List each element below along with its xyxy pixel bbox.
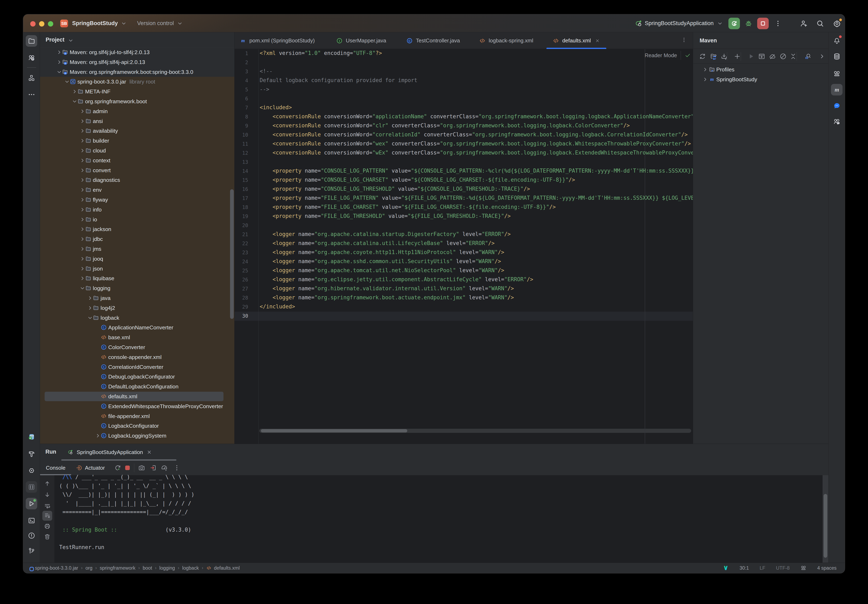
editor-tab-UserMapper.java[interactable]: IUserMapper.java (330, 32, 392, 49)
tree-row-admin[interactable]: admin (40, 106, 234, 116)
editor[interactable]: 1<?xml version="1.0" encoding="UTF-8"?>2… (234, 49, 693, 444)
tree-row-convert[interactable]: convert (40, 165, 234, 175)
tree-row-Maven-org.slf4j-slf4j-api-2.0.13[interactable]: Maven: org.slf4j:slf4j-api:2.0.13 (40, 57, 234, 67)
tool-button-terminal[interactable] (26, 515, 37, 526)
rerun-icon[interactable] (114, 464, 121, 472)
chevron-right-icon[interactable] (95, 433, 101, 439)
tree-row-diagnostics[interactable]: diagnostics (40, 175, 234, 185)
tree-row-json[interactable]: json (40, 264, 234, 273)
chevron-right-icon[interactable] (79, 256, 85, 262)
file-encoding[interactable]: UTF-8 (776, 565, 790, 571)
chevron-right-icon[interactable] (79, 128, 85, 134)
chevron-right-icon[interactable] (79, 197, 85, 203)
run-config-chevron-icon[interactable] (717, 20, 723, 26)
indent-info[interactable]: 4 spaces (817, 565, 837, 571)
tree-row-Maven-org.slf4j-jul-to-slf4j-2.0.13[interactable]: Maven: org.slf4j:jul-to-slf4j:2.0.13 (40, 47, 234, 57)
plugin-v-icon[interactable] (723, 565, 729, 571)
tool-button-dependencies[interactable] (26, 481, 37, 493)
tree-row-DebugLogbackConfigurator[interactable]: CDebugLogbackConfigurator (40, 372, 234, 382)
tool-button-database[interactable] (831, 51, 843, 62)
skip-tests-icon[interactable] (780, 53, 787, 60)
tab-actuator[interactable]: Actuator (73, 460, 108, 475)
tool-button-version-control[interactable] (26, 545, 37, 556)
maven-row-Profiles[interactable]: Profiles (693, 65, 828, 75)
chevron-right-icon[interactable] (71, 89, 78, 95)
chevron-right-icon[interactable] (87, 295, 93, 301)
trash-icon[interactable] (42, 532, 52, 542)
kebab-icon[interactable] (173, 464, 180, 472)
breadcrumb-item[interactable]: org (85, 565, 93, 571)
tool-button-plugin-mascot[interactable] (26, 431, 37, 443)
breadcrumb-item[interactable]: springframework (100, 565, 135, 571)
tree-row-ApplicationNameConverter[interactable]: CApplicationNameConverter (40, 323, 234, 332)
project-badge[interactable]: SB (60, 20, 68, 27)
code-with-me-button[interactable] (800, 19, 808, 28)
tree-row-CorrelationIdConverter[interactable]: CCorrelationIdConverter (40, 362, 234, 372)
run-tab-close-icon[interactable] (146, 449, 152, 455)
minimize-window-button[interactable] (39, 21, 44, 26)
tree-row-LogbackConfigurator[interactable]: CLogbackConfigurator (40, 421, 234, 431)
vcs-widget[interactable]: Version control (137, 20, 174, 26)
tree-row-liquibase[interactable]: liquibase (40, 273, 234, 283)
tree-row-flyway[interactable]: flyway (40, 195, 234, 205)
vcs-chevron-icon[interactable] (177, 20, 183, 26)
chevron-right-icon[interactable] (79, 108, 85, 114)
more-actions-button[interactable] (774, 20, 782, 27)
editor-options-button[interactable] (681, 37, 687, 43)
chevron-right-icon[interactable] (818, 53, 826, 60)
tree-row-ExtendedWhitespaceThrowableProxyConverter[interactable]: CExtendedWhitespaceThrowableProxyConvert… (40, 401, 234, 411)
chevron-right-icon[interactable] (79, 226, 85, 232)
editor-tab-defaults.xml[interactable]: defaults.xml (546, 32, 606, 49)
maven-row-SpringBootStudy[interactable]: mSpringBootStudy (693, 75, 828, 84)
collapse-icon[interactable] (789, 53, 797, 60)
tab-console[interactable]: Console (40, 460, 71, 475)
console-scrollbar-thumb[interactable] (824, 494, 827, 558)
tree-row-ColorConverter[interactable]: CColorConverter (40, 342, 234, 352)
chevron-down-icon[interactable] (71, 98, 78, 104)
tool-button-code-with-me[interactable] (831, 116, 843, 127)
reload-projects-icon[interactable] (710, 53, 717, 60)
reader-mode-widget[interactable]: Reader Mode (645, 51, 691, 60)
tree-row-org.springframework.boot[interactable]: org.springframework.boot (40, 96, 234, 106)
tool-button-structure[interactable] (26, 72, 37, 84)
tool-button-services[interactable] (26, 465, 37, 476)
tree-row-java[interactable]: java (40, 293, 234, 303)
scrollend-icon[interactable] (42, 511, 52, 521)
run-button[interactable] (728, 18, 740, 29)
tool-button-notifications[interactable] (831, 35, 843, 47)
chevron-down-icon[interactable] (56, 69, 62, 75)
refresh-icon[interactable] (699, 53, 706, 60)
project-scrollbar[interactable] (230, 189, 234, 319)
execute-goal-icon[interactable] (758, 53, 766, 60)
chevron-right-icon[interactable] (79, 207, 85, 213)
run-disabled-icon[interactable] (747, 53, 755, 60)
tree-row-logback[interactable]: logback (40, 313, 234, 323)
tree-row-console-appender.xml[interactable]: console-appender.xml (40, 352, 234, 362)
chevron-right-icon[interactable] (702, 67, 708, 73)
chevron-right-icon[interactable] (79, 177, 85, 183)
chevron-right-icon[interactable] (87, 305, 93, 311)
tree-row-DefaultLogbackConfiguration[interactable]: CDefaultLogbackConfiguration (40, 382, 234, 391)
chevron-right-icon[interactable] (79, 236, 85, 242)
close-window-button[interactable] (30, 21, 36, 26)
tree-row-defaults.xml[interactable]: defaults.xml (40, 391, 234, 401)
chevron-down-icon[interactable] (79, 285, 85, 291)
chevron-right-icon[interactable] (79, 266, 85, 272)
import-icon[interactable] (149, 464, 157, 472)
breadcrumb-item[interactable]: logback (182, 565, 199, 571)
run-tab[interactable]: SpringBootStudyApplication (67, 444, 152, 460)
copilot-status-icon[interactable] (800, 565, 806, 571)
plus-icon[interactable] (733, 53, 741, 60)
tree-row-jackson[interactable]: jackson (40, 224, 234, 234)
zoom-window-button[interactable] (48, 21, 53, 26)
editor-hscrollbar-thumb[interactable] (261, 429, 407, 432)
chevron-right-icon[interactable] (79, 138, 85, 144)
tree-row-cloud[interactable]: cloud (40, 146, 234, 155)
tool-button-commit-help[interactable]: ? (26, 52, 37, 64)
chevron-right-icon[interactable] (56, 49, 62, 55)
caret-position[interactable]: 30:1 (739, 565, 749, 571)
softwrap-icon[interactable] (42, 501, 52, 511)
tree-row-Maven-org.springframework.boot-spring-boot-3.3.0[interactable]: Maven: org.springframework.boot:spring-b… (40, 67, 234, 77)
chevron-right-icon[interactable] (79, 157, 85, 163)
chevron-right-icon[interactable] (79, 246, 85, 252)
